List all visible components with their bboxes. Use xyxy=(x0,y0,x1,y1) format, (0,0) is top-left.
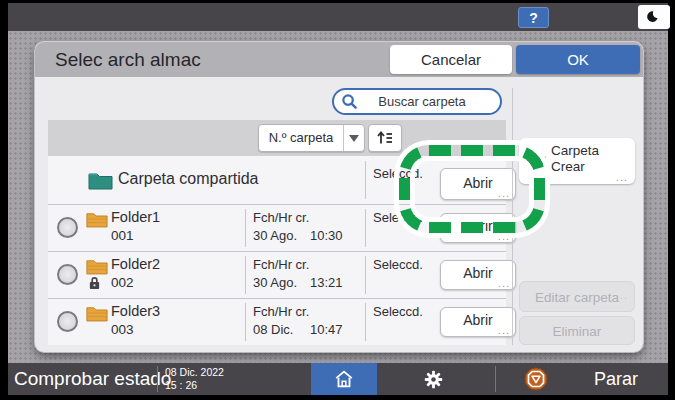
time-value: 13:21 xyxy=(310,275,343,290)
column-divider xyxy=(365,209,366,247)
folder-number: 002 xyxy=(111,275,134,290)
date-value: 30 Ago. xyxy=(253,275,297,290)
tutorial-highlight-ring xyxy=(399,145,545,233)
lock-icon xyxy=(88,276,101,290)
cancel-button[interactable]: Cancelar xyxy=(390,45,512,74)
edit-folder-button[interactable]: Editar carpeta ... xyxy=(519,281,635,312)
more-dots: ... xyxy=(498,278,510,288)
open-folder-button[interactable]: Abrir ... xyxy=(440,260,516,290)
shared-folder-icon xyxy=(88,171,113,190)
folder-row-2[interactable]: Folder2 002 Fch/Hr cr. 30 Ago. 13:21 Sel… xyxy=(48,252,506,298)
more-dots: ... xyxy=(616,280,628,311)
select-stored-file-dialog: Selec arch almac Cancelar OK Buscar carp… xyxy=(35,42,643,352)
date-label: Fch/Hr cr. xyxy=(253,304,309,319)
triangle-down-icon xyxy=(349,135,359,142)
bottom-system-bar: Comprobar estado 08 Dic. 2022 15 : 26 xyxy=(8,363,668,395)
gear-icon xyxy=(423,369,444,390)
edit-folder-label: Editar carpeta xyxy=(535,290,619,305)
column-divider xyxy=(245,209,246,247)
folder-icon xyxy=(86,211,108,228)
column-divider xyxy=(245,303,246,341)
stop-button[interactable] xyxy=(524,367,548,395)
folder-name: Folder1 xyxy=(111,209,160,225)
delete-folder-button[interactable]: Eliminar xyxy=(519,316,635,345)
open-folder-button[interactable]: Abrir ... xyxy=(440,307,516,337)
folder-status: Seleccd. xyxy=(373,257,423,272)
bar-divider xyxy=(495,366,496,392)
help-button[interactable]: ? xyxy=(518,7,549,28)
more-dots: ... xyxy=(616,171,628,183)
date-value: 08 Dic. xyxy=(253,322,293,337)
folder-radio[interactable] xyxy=(57,311,78,332)
folder-icon xyxy=(86,305,108,322)
top-system-bar: ? xyxy=(8,3,668,31)
column-divider xyxy=(245,256,246,294)
date-label: Fch/Hr cr. xyxy=(253,210,309,225)
home-icon xyxy=(333,368,355,390)
sort-ascending-icon xyxy=(376,129,394,147)
time-text: 15 : 26 xyxy=(165,379,224,392)
folder-name: Folder2 xyxy=(111,256,160,272)
folder-icon xyxy=(86,258,108,275)
date-text: 08 Dic. 2022 xyxy=(165,366,224,379)
column-divider xyxy=(365,256,366,294)
shared-folder-name: Carpeta compartida xyxy=(118,170,259,188)
ok-button[interactable]: OK xyxy=(516,45,640,74)
delete-folder-label: Eliminar xyxy=(553,324,602,339)
folder-status: Seleccd. xyxy=(373,304,423,319)
column-divider xyxy=(365,161,366,199)
more-dots: ... xyxy=(498,325,510,335)
stop-label: Parar xyxy=(594,363,638,395)
datetime-display: 08 Dic. 2022 15 : 26 xyxy=(165,366,224,392)
folder-row-3[interactable]: Folder3 003 Fch/Hr cr. 08 Dic. 10:47 Sel… xyxy=(48,299,506,345)
create-folder-label: Carpeta Crear xyxy=(551,143,599,175)
sort-key-label: N.º carpeta xyxy=(259,125,343,151)
date-label: Fch/Hr cr. xyxy=(253,257,309,272)
time-value: 10:47 xyxy=(310,322,343,337)
stop-icon xyxy=(524,367,548,391)
search-icon xyxy=(341,93,358,110)
bar-divider xyxy=(157,366,158,392)
check-status-button[interactable]: Comprobar estado xyxy=(14,363,171,395)
sort-key-dropdown[interactable]: N.º carpeta xyxy=(258,124,365,152)
night-mode-button[interactable] xyxy=(638,5,670,29)
column-divider xyxy=(365,303,366,341)
folder-name: Folder3 xyxy=(111,303,160,319)
dialog-title: Selec arch almac xyxy=(55,42,201,77)
folder-radio[interactable] xyxy=(57,217,78,238)
time-value: 10:30 xyxy=(310,228,343,243)
crescent-moon-icon xyxy=(646,9,662,25)
dropdown-arrow-button[interactable] xyxy=(343,125,364,151)
date-value: 30 Ago. xyxy=(253,228,297,243)
search-folder-input[interactable]: Buscar carpeta xyxy=(332,88,502,115)
folder-radio[interactable] xyxy=(57,264,78,285)
folder-number: 001 xyxy=(111,228,134,243)
home-button[interactable] xyxy=(311,363,377,395)
folder-number: 003 xyxy=(111,322,134,337)
search-placeholder: Buscar carpeta xyxy=(358,94,500,109)
sort-order-button[interactable] xyxy=(368,124,402,152)
settings-button[interactable] xyxy=(398,363,468,395)
